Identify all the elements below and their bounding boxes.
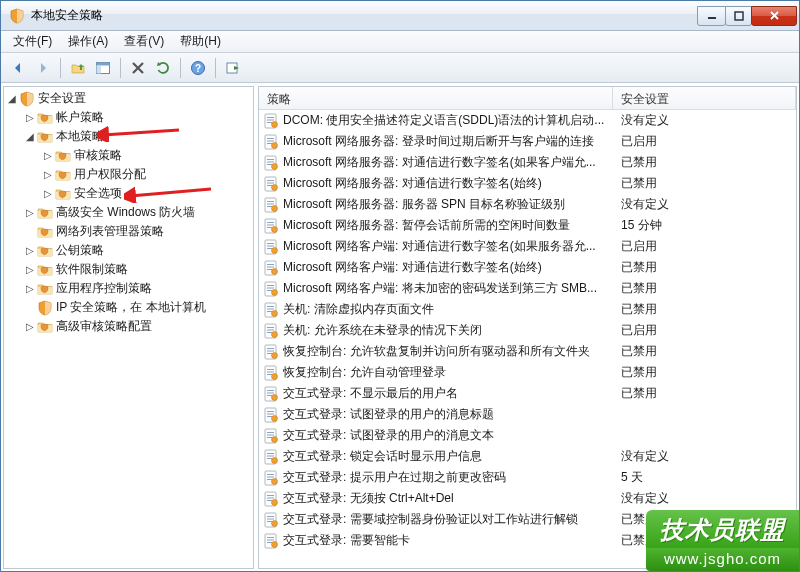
list-item[interactable]: 交互式登录: 需要智能卡已禁用 [259,530,796,551]
policy-value: 没有定义 [613,196,792,213]
up-button[interactable] [67,57,89,79]
shield-icon [19,91,35,107]
list-item[interactable]: 交互式登录: 试图登录的用户的消息标题 [259,404,796,425]
tree-label: 用户权限分配 [74,166,146,183]
list-item[interactable]: Microsoft 网络客户端: 对通信进行数字签名(如果服务器允...已启用 [259,236,796,257]
tree-adv-audit[interactable]: ▷ 高级审核策略配置 [22,317,253,336]
expand-icon[interactable]: ▷ [24,207,36,218]
tree-account-policy[interactable]: ▷ 帐户策略 [22,108,253,127]
folder-icon [37,110,53,126]
policy-name: Microsoft 网络服务器: 对通信进行数字签名(如果客户端允... [283,154,613,171]
list-item[interactable]: 交互式登录: 无须按 Ctrl+Alt+Del没有定义 [259,488,796,509]
minimize-button[interactable] [697,6,726,26]
app-icon [9,8,25,24]
tree-audit-policy[interactable]: ▷ 审核策略 [40,146,253,165]
close-button[interactable] [751,6,797,26]
policy-name: Microsoft 网络服务器: 暂停会话前所需的空闲时间数量 [283,217,613,234]
list-item[interactable]: DCOM: 使用安全描述符定义语言(SDDL)语法的计算机启动...没有定义 [259,110,796,131]
export-button[interactable] [222,57,244,79]
window-title: 本地安全策略 [31,7,698,24]
expand-icon[interactable]: ▷ [42,188,54,199]
refresh-button[interactable] [152,57,174,79]
policy-icon [263,449,279,465]
separator [215,58,216,78]
policy-name: 交互式登录: 不显示最后的用户名 [283,385,613,402]
folder-icon [37,205,53,221]
tree-firewall[interactable]: ▷ 高级安全 Windows 防火墙 [22,203,253,222]
expand-icon[interactable]: ▷ [24,283,36,294]
policy-icon [263,407,279,423]
list-item[interactable]: 关机: 清除虚拟内存页面文件已禁用 [259,299,796,320]
list-item[interactable]: Microsoft 网络客户端: 对通信进行数字签名(始终)已禁用 [259,257,796,278]
menu-help[interactable]: 帮助(H) [172,30,229,53]
folder-icon [55,148,71,164]
tree-software-restrict[interactable]: ▷ 软件限制策略 [22,260,253,279]
folder-icon [37,129,53,145]
policy-icon [263,155,279,171]
policy-value: 没有定义 [613,112,792,129]
policy-value: 已禁用 [613,175,792,192]
folder-icon [55,186,71,202]
expand-icon[interactable]: ▷ [24,245,36,256]
policy-value: 已禁用 [613,301,792,318]
tree-root[interactable]: ◢ 安全设置 [4,89,253,108]
back-button[interactable] [7,57,29,79]
expand-icon[interactable]: ▷ [24,321,36,332]
tree-panel[interactable]: ◢ 安全设置 ▷ 帐户策略 ◢ 本地策略 [3,86,254,569]
expand-icon[interactable]: ▷ [42,169,54,180]
tree-security-options[interactable]: ▷ 安全选项 [40,184,253,203]
list-item[interactable]: 关机: 允许系统在未登录的情况下关闭已启用 [259,320,796,341]
policy-value: 已禁用 [613,385,792,402]
collapse-icon[interactable]: ◢ [24,131,36,142]
column-setting[interactable]: 安全设置 [613,87,796,109]
list-body[interactable]: DCOM: 使用安全描述符定义语言(SDDL)语法的计算机启动...没有定义Mi… [259,110,796,568]
menu-action[interactable]: 操作(A) [60,30,116,53]
maximize-button[interactable] [725,6,752,26]
list-item[interactable]: Microsoft 网络服务器: 对通信进行数字签名(如果客户端允...已禁用 [259,152,796,173]
collapse-icon[interactable]: ◢ [6,93,18,104]
tree-local-policy[interactable]: ◢ 本地策略 [22,127,253,146]
list-item[interactable]: 交互式登录: 不显示最后的用户名已禁用 [259,383,796,404]
forward-button[interactable] [32,57,54,79]
policy-value: 已禁用 [613,511,792,528]
list-item[interactable]: Microsoft 网络服务器: 暂停会话前所需的空闲时间数量15 分钟 [259,215,796,236]
policy-icon [263,491,279,507]
policy-icon [263,239,279,255]
list-item[interactable]: 恢复控制台: 允许软盘复制并访问所有驱动器和所有文件夹已禁用 [259,341,796,362]
tree-network-list[interactable]: 网络列表管理器策略 [22,222,253,241]
help-button[interactable] [187,57,209,79]
policy-name: 交互式登录: 需要域控制器身份验证以对工作站进行解锁 [283,511,613,528]
list-item[interactable]: 交互式登录: 试图登录的用户的消息文本 [259,425,796,446]
menu-file[interactable]: 文件(F) [5,30,60,53]
tree-pubkey[interactable]: ▷ 公钥策略 [22,241,253,260]
list-item[interactable]: Microsoft 网络客户端: 将未加密的密码发送到第三方 SMB...已禁用 [259,278,796,299]
list-item[interactable]: 交互式登录: 提示用户在过期之前更改密码5 天 [259,467,796,488]
tree-label: 高级安全 Windows 防火墙 [56,204,195,221]
list-item[interactable]: Microsoft 网络服务器: 对通信进行数字签名(始终)已禁用 [259,173,796,194]
list-item[interactable]: Microsoft 网络服务器: 登录时间过期后断开与客户端的连接已启用 [259,131,796,152]
policy-name: Microsoft 网络服务器: 服务器 SPN 目标名称验证级别 [283,196,613,213]
policy-icon [263,512,279,528]
list-item[interactable]: 交互式登录: 锁定会话时显示用户信息没有定义 [259,446,796,467]
policy-icon [263,386,279,402]
expand-icon[interactable]: ▷ [42,150,54,161]
tree-ipsec[interactable]: IP 安全策略，在 本地计算机 [22,298,253,317]
list-item[interactable]: 交互式登录: 需要域控制器身份验证以对工作站进行解锁已禁用 [259,509,796,530]
folder-icon [37,262,53,278]
list-item[interactable]: Microsoft 网络服务器: 服务器 SPN 目标名称验证级别没有定义 [259,194,796,215]
policy-name: 交互式登录: 提示用户在过期之前更改密码 [283,469,613,486]
delete-button[interactable] [127,57,149,79]
panes-button[interactable] [92,57,114,79]
tree-app-control[interactable]: ▷ 应用程序控制策略 [22,279,253,298]
policy-name: Microsoft 网络客户端: 对通信进行数字签名(始终) [283,259,613,276]
menu-view[interactable]: 查看(V) [116,30,172,53]
expand-icon[interactable]: ▷ [24,264,36,275]
policy-icon [263,134,279,150]
expand-icon[interactable]: ▷ [24,112,36,123]
list-panel: 策略 安全设置 DCOM: 使用安全描述符定义语言(SDDL)语法的计算机启动.… [258,86,797,569]
separator [180,58,181,78]
tree-user-rights[interactable]: ▷ 用户权限分配 [40,165,253,184]
list-item[interactable]: 恢复控制台: 允许自动管理登录已禁用 [259,362,796,383]
column-policy[interactable]: 策略 [259,87,613,109]
policy-value: 没有定义 [613,490,792,507]
